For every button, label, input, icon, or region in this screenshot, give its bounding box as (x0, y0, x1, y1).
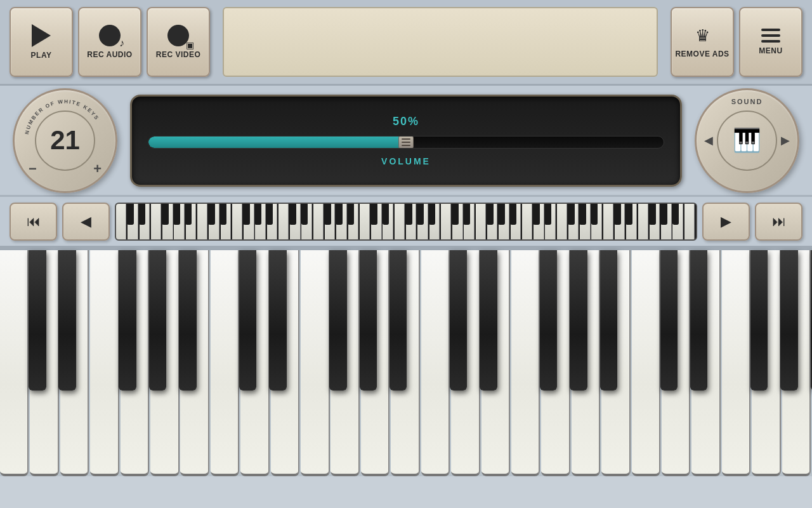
volume-slider-thumb[interactable] (398, 136, 414, 149)
sound-dial[interactable]: SOUND 🎹 ◀ ▶ (695, 88, 799, 193)
black-key[interactable] (600, 250, 617, 391)
menu-label: MENU (759, 46, 782, 55)
next-button[interactable]: ▶ (702, 203, 750, 241)
black-key[interactable] (450, 250, 467, 391)
white-key[interactable] (511, 250, 540, 476)
black-key[interactable] (269, 250, 286, 391)
sound-prev-button[interactable]: ◀ (704, 133, 713, 147)
white-key[interactable] (90, 250, 119, 476)
black-key[interactable] (58, 250, 75, 391)
black-key[interactable] (360, 250, 377, 391)
piano-area (0, 248, 812, 476)
black-key[interactable] (149, 250, 166, 391)
black-key[interactable] (570, 250, 587, 391)
black-key[interactable] (750, 250, 768, 391)
sound-dial-container: SOUND 🎹 ◀ ▶ (695, 88, 799, 193)
white-key[interactable] (211, 250, 239, 476)
svg-text:NUMBER OF WHITE KEYS: NUMBER OF WHITE KEYS (24, 98, 100, 135)
sound-next-button[interactable]: ▶ (781, 133, 790, 147)
rec-video-icon (167, 25, 189, 46)
white-key[interactable] (632, 250, 660, 476)
black-key[interactable] (540, 250, 557, 391)
volume-slider-track[interactable] (148, 136, 664, 149)
menu-line-3 (761, 40, 780, 43)
menu-line-2 (761, 34, 780, 37)
volume-slider-fill (148, 137, 406, 148)
black-key[interactable] (329, 250, 346, 391)
volume-percent: 50% (393, 115, 419, 128)
white-keys-plus[interactable]: + (93, 161, 102, 177)
black-key[interactable] (29, 250, 46, 391)
white-keys-dial[interactable]: NUMBER OF WHITE KEYS 21 − + (13, 88, 117, 193)
prev-button[interactable]: ◀ (62, 203, 110, 241)
menu-line-1 (761, 29, 780, 31)
thumb-line-2 (402, 142, 410, 143)
white-key[interactable] (722, 250, 750, 476)
right-button-group: ♛ REMOVE ADS MENU (671, 7, 802, 77)
volume-label: VOLUME (381, 156, 431, 166)
sound-icon: 🎹 (717, 110, 777, 171)
black-key[interactable] (690, 250, 707, 391)
black-key[interactable] (239, 250, 256, 391)
middle-controls: NUMBER OF WHITE KEYS 21 − + 50% VOLUME S… (0, 86, 812, 197)
play-button[interactable]: PLAY (10, 7, 73, 77)
skip-forward-button[interactable]: ⏭ (755, 203, 802, 241)
skip-back-button[interactable]: ⏮ (10, 203, 57, 241)
left-button-group: PLAY REC AUDIO REC VIDEO (10, 7, 210, 77)
white-key[interactable] (0, 250, 29, 476)
menu-button[interactable]: MENU (739, 7, 802, 77)
ad-area (223, 7, 658, 77)
black-key[interactable] (179, 250, 196, 391)
play-icon (32, 24, 51, 47)
crown-icon: ♛ (695, 26, 710, 46)
rec-video-label: REC VIDEO (156, 50, 201, 59)
remove-ads-label: REMOVE ADS (675, 50, 729, 58)
play-label: PLAY (31, 51, 52, 60)
navigation-bar: ⏮ ◀ ▶ ⏭ (0, 197, 812, 248)
sound-label: SOUND (731, 98, 763, 105)
rec-audio-button[interactable]: REC AUDIO (78, 7, 141, 77)
thumb-line-1 (402, 138, 410, 140)
rec-video-button[interactable]: REC VIDEO (147, 7, 210, 77)
black-key[interactable] (480, 250, 497, 391)
rec-audio-label: REC AUDIO (87, 50, 132, 59)
remove-ads-button[interactable]: ♛ REMOVE ADS (671, 7, 734, 77)
top-bar: PLAY REC AUDIO REC VIDEO ♛ REMOVE ADS (0, 0, 812, 86)
rec-audio-icon (99, 25, 121, 46)
mini-keyboard (115, 203, 697, 241)
volume-panel: 50% VOLUME (130, 95, 682, 187)
black-key[interactable] (660, 250, 678, 391)
white-keys-minus[interactable]: − (29, 161, 37, 177)
menu-icon (761, 29, 780, 43)
thumb-line-3 (402, 145, 410, 146)
black-key[interactable] (119, 250, 136, 391)
white-key[interactable] (421, 250, 450, 476)
white-keys-dial-container: NUMBER OF WHITE KEYS 21 − + (13, 88, 117, 193)
white-key[interactable] (301, 250, 329, 476)
black-key[interactable] (390, 250, 407, 391)
black-key[interactable] (780, 250, 797, 391)
